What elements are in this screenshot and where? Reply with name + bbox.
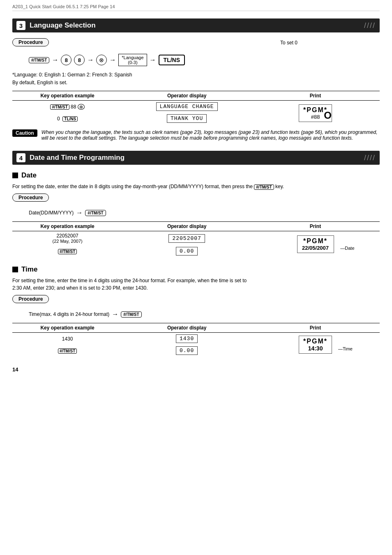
flow-arrow3: → (109, 56, 116, 64)
display-box-time2: 0.00 (176, 346, 198, 355)
date-row1-key-sub: (22 May, 2007) (16, 239, 119, 244)
time-square-icon (12, 267, 18, 272)
section3-table-col2: Operator display (122, 91, 251, 101)
flow-step5: TL/NS (159, 55, 185, 65)
section3-procedure-badge: Procedure (12, 38, 49, 46)
date-label: —Date (340, 246, 354, 251)
section4-number: 4 (16, 153, 25, 162)
section3-table-col1: Key operation example (12, 91, 122, 101)
page-header: A203_1 Quick Start Guide 06.5.1 7:25 PM … (12, 4, 380, 11)
time-subsection-header: Time (12, 265, 380, 274)
display-box-lang: LANGUAGE CHANGE (156, 102, 218, 111)
time-table-col3: Print (251, 323, 380, 333)
time-key-1430: 1430 (16, 336, 119, 342)
key-op-sub: #/TM/ST (50, 104, 69, 110)
date-table: Key operation example Operator display P… (12, 221, 380, 257)
flow-step4-line2: (0-3) (128, 60, 137, 65)
s3-row2-display: THANK YOU (122, 113, 251, 124)
table-row: #/TM/ST 88 ⊗ LANGUAGE CHANGE *PGM* #88 O (12, 101, 380, 113)
time-row2-key: #/TM/ST (12, 345, 122, 357)
date-table-col1: Key operation example (12, 222, 122, 231)
date-row2-key: #/TM/ST (12, 245, 122, 257)
s3-row1-display: LANGUAGE CHANGE (122, 101, 251, 113)
time-print-value: 14:30 (303, 345, 327, 352)
time-row1-display: 1430 (122, 333, 251, 345)
time-flow: Time(max. 4 digits in 24-hour format) → … (29, 311, 380, 318)
time-print-pgm: *PGM* (303, 338, 327, 345)
section3-note2: By default, English is set. (12, 79, 380, 87)
date-flow: Date(DD/MM/YYYY) → #/TM/ST (29, 209, 380, 216)
x-symbol: ⊗ (78, 104, 85, 110)
key-tm-st-time: #/TM/ST (58, 348, 77, 354)
time-flow-key: #/TM/ST (121, 311, 141, 318)
date-procedure-badge: Procedure (12, 193, 49, 202)
time-procedure-badge: Procedure (12, 295, 49, 303)
display-box-time1: 1430 (176, 334, 198, 343)
section3-header: 3 Language Selection //// (12, 18, 380, 32)
date-print-value: 22/05/2007 (302, 245, 330, 251)
header-text: A203_1 Quick Start Guide 06.5.1 7:25 PM … (12, 4, 115, 9)
date-flow-key: #/TM/ST (85, 210, 106, 216)
section3-note1: *Language: 0: English 1: German 2: Frenc… (12, 71, 380, 79)
section3-title: Language Selection (30, 21, 96, 30)
time-print-area: *PGM* 14:30 —Time (299, 336, 332, 354)
section4-header: 4 Date and Time Programming //// (12, 151, 380, 165)
section3-flow: #/TM/ST → 8 8 → ⊗ → *Language (0-3) → TL… (29, 54, 380, 66)
print-88: #88 (303, 114, 327, 120)
s3-row2-key: 0 TL/NS (12, 113, 122, 124)
flow-step2a: 8 (61, 55, 71, 65)
section3-table-col3: Print (251, 91, 380, 101)
date-print-area: *PGM* 22/05/2007 —Date (297, 235, 334, 253)
print-box-s3: *PGM* #88 (299, 104, 332, 122)
date-row1-key-main: 22052007 (16, 233, 119, 239)
time-table-col1: Key operation example (12, 323, 122, 333)
display-box-date2: 0.00 (176, 247, 198, 256)
date-title: Date (21, 171, 37, 180)
date-print-pgm: *PGM* (302, 237, 330, 245)
section4-title: Date and Time Programming (30, 154, 125, 162)
section3-number: 3 (16, 21, 25, 30)
date-key-inline: #/TM/ST (254, 184, 274, 190)
time-row1-print: *PGM* 14:30 —Time (251, 333, 380, 357)
time-table-col2: Operator display (122, 323, 251, 333)
flow-step4: *Language (0-3) (118, 54, 147, 66)
table-row: 1430 1430 *PGM* 14:30 —Time (12, 333, 380, 345)
date-flow-label: Date(DD/MM/YYYY) (29, 210, 74, 216)
time-intro1: For setting the time, enter the time in … (12, 277, 380, 284)
section3-to-set: To set 0 (280, 40, 297, 46)
s3-row1-key: #/TM/ST 88 ⊗ (12, 101, 122, 113)
time-print-box: *PGM* 14:30 (299, 336, 332, 354)
table-row: 22052007 (22 May, 2007) 22052007 *PGM* 2… (12, 231, 380, 246)
time-row1-key: 1430 (12, 333, 122, 345)
flow-step4-line1: *Language (122, 55, 143, 60)
flow-step1-key: #/TM/ST (29, 57, 49, 63)
date-row2-display: 0.00 (122, 245, 251, 257)
date-row1-display: 22052007 (122, 231, 251, 246)
date-subsection-header: Date (12, 171, 380, 180)
section3-table: Key operation example Operator display P… (12, 91, 380, 124)
caution-badge: Caution (12, 129, 37, 137)
date-row1-print: *PGM* 22/05/2007 —Date (251, 231, 380, 258)
time-intro2: 2:30 AM, enter 230; and when it is set t… (12, 284, 380, 292)
caution-text: When you change the language, the texts … (42, 129, 380, 141)
date-print-box: *PGM* 22/05/2007 (297, 235, 334, 253)
section4-stripe: //// (364, 154, 376, 162)
flow-step3: ⊗ (96, 55, 107, 65)
flow-arrow1: → (52, 56, 58, 64)
time-table: Key operation example Operator display P… (12, 323, 380, 357)
display-box-thanks: THANK YOU (167, 114, 207, 123)
date-table-col3: Print (251, 222, 380, 231)
time-intro: For setting the time, enter the time in … (12, 277, 380, 292)
time-flow-arrow: → (112, 311, 118, 318)
time-row2-display: 0.00 (122, 345, 251, 357)
date-flow-arrow: → (76, 209, 83, 216)
date-intro: For setting the date, enter the date in … (12, 183, 380, 190)
time-flow-label: Time(max. 4 digits in 24-hour format) (29, 311, 109, 317)
print-pgm-s3: *PGM* (303, 106, 327, 114)
time-title: Time (21, 265, 37, 274)
key-tm-st-date: #/TM/ST (58, 249, 77, 254)
key-tl-ns: TL/NS (62, 116, 78, 122)
display-box-date1: 22052007 (168, 234, 205, 243)
flow-step2b: 8 (74, 55, 85, 65)
time-label: —Time (338, 346, 353, 351)
